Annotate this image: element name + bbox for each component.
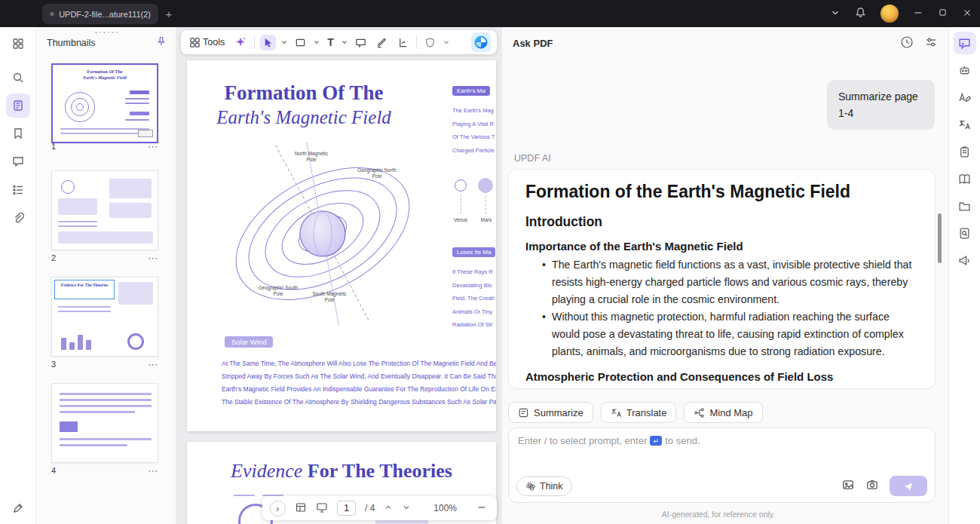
- thumbnail-page-2[interactable]: [51, 170, 158, 250]
- label-mars: Mars: [475, 217, 496, 223]
- solar-wind-badge: Solar Wind: [225, 336, 273, 348]
- shapes-tool-button[interactable]: [292, 35, 308, 51]
- comments-icon[interactable]: [6, 149, 30, 173]
- presentation-icon[interactable]: [316, 501, 328, 516]
- notifications-bell-icon[interactable]: [855, 7, 866, 20]
- protect-chevron-icon[interactable]: [443, 39, 449, 45]
- thumbnails-title: Thumbnails: [47, 38, 96, 48]
- thumbnail-selection-box: Evidence For The Theories: [54, 280, 115, 299]
- ai-summarize-icon[interactable]: [954, 140, 976, 163]
- select-tool-chevron-icon[interactable]: [281, 39, 287, 45]
- mars-circle: [478, 178, 493, 193]
- translate-icon: [611, 407, 622, 418]
- home-grid-icon[interactable]: [6, 32, 30, 56]
- page-number-input[interactable]: [337, 501, 356, 516]
- zoom-out-minus-icon[interactable]: [476, 502, 487, 515]
- page-navigation-bar: › / 4 100%: [262, 496, 497, 520]
- left-icon-rail: [0, 27, 36, 524]
- mind-map-icon: [694, 407, 705, 418]
- protect-tool-icon[interactable]: [422, 35, 438, 51]
- translate-action-button[interactable]: Translate: [601, 402, 677, 423]
- pdf-title-line2: Earth's Magnetic Field: [202, 107, 406, 128]
- think-mode-button[interactable]: Think: [516, 477, 572, 496]
- insert-image-icon[interactable]: [841, 478, 855, 494]
- loses-its-ma-badge: Loses Its Ma: [452, 247, 495, 257]
- maximize-button[interactable]: [938, 8, 948, 20]
- thumbnail-1-more-icon[interactable]: ⋯: [148, 142, 158, 150]
- thumbnail-page-3[interactable]: Evidence For The Theories: [51, 277, 158, 357]
- highlighter-tool-icon[interactable]: [374, 35, 390, 51]
- thumbnail-3-more-icon[interactable]: ⋯: [148, 360, 158, 368]
- text-tool-button[interactable]: T: [325, 35, 336, 50]
- previous-page-chevron-up-icon[interactable]: [384, 503, 393, 514]
- ai-assistant-robot-icon[interactable]: [954, 59, 976, 81]
- ai-translate-icon[interactable]: [954, 113, 976, 136]
- thumbnail-page-4[interactable]: [51, 383, 158, 463]
- chat-input-box[interactable]: Enter / to select prompt, enter ↵ to sen…: [508, 427, 936, 503]
- panel-drag-handle[interactable]: [93, 30, 119, 35]
- search-icon[interactable]: [6, 66, 30, 90]
- response-subheading-1: Importance of the Earth's Magnetic Field: [525, 240, 918, 253]
- thumbnail-4-more-icon[interactable]: ⋯: [148, 467, 158, 474]
- bookmarks-icon[interactable]: [6, 121, 30, 146]
- thumbnail-2-more-icon[interactable]: ⋯: [148, 254, 158, 262]
- chat-history-icon[interactable]: [900, 35, 914, 51]
- shapes-chevron-icon[interactable]: [314, 39, 320, 45]
- ask-pdf-panel: Ask PDF Summarize page 1-4 UPDF AI Forma…: [501, 27, 948, 524]
- chat-input-placeholder: Enter / to select prompt, enter ↵ to sen…: [518, 435, 700, 446]
- updf-ai-logo-button[interactable]: [471, 32, 491, 52]
- label-north-magnetic-pole: North Magnetic Pole: [291, 151, 332, 163]
- think-icon: [525, 481, 536, 492]
- response-section: Introduction: [525, 214, 918, 230]
- right-icon-rail: [948, 27, 980, 524]
- paragraph-line: At The Same Time, The Atmosphere Will Al…: [222, 357, 496, 370]
- thumbnails-panel: Thumbnails Formation Of The Earth's Magn…: [36, 27, 176, 524]
- minimize-button[interactable]: [913, 8, 923, 20]
- venus-circle: [455, 179, 467, 192]
- edit-pen-icon[interactable]: [6, 496, 30, 520]
- screenshot-camera-icon[interactable]: [865, 478, 879, 494]
- send-button[interactable]: [890, 476, 927, 496]
- pdf-page-1[interactable]: Formation Of The Earth's Magnetic Field …: [187, 60, 496, 431]
- outline-icon[interactable]: [6, 178, 30, 202]
- ai-files-folder-icon[interactable]: [954, 195, 976, 217]
- thumbnail-grid-icon[interactable]: [295, 501, 307, 516]
- collapse-panel-icon[interactable]: ›: [270, 501, 286, 516]
- mars-dash: [485, 196, 486, 214]
- label-south-magnetic-pole: South Magnetic Pole: [312, 291, 347, 303]
- summarize-action-button[interactable]: Summarize: [508, 402, 593, 423]
- text-chevron-icon[interactable]: [341, 39, 348, 45]
- window-titlebar: UPDF-2-file...ature111(2) +: [0, 0, 980, 27]
- settings-sliders-icon[interactable]: [924, 35, 938, 51]
- titlebar-chevron-down-icon[interactable]: [830, 8, 841, 20]
- pdf-title-line1: Formation Of The: [202, 81, 406, 105]
- new-tab-button[interactable]: +: [160, 5, 178, 23]
- annotation-toolbar: Tools T: [181, 30, 497, 54]
- sign-tool-icon[interactable]: [395, 35, 411, 51]
- ai-doc-search-icon[interactable]: [954, 222, 976, 244]
- paragraph-line: Earth's Magnetic Field Provides An Indis…: [222, 383, 496, 396]
- document-tab[interactable]: UPDF-2-file...ature111(2): [42, 4, 158, 24]
- user-avatar[interactable]: [880, 5, 899, 23]
- tools-menu-button[interactable]: Tools: [187, 35, 227, 51]
- ai-announce-speaker-icon[interactable]: [954, 249, 976, 271]
- label-geographic-south-pole: Geographic South Pole: [255, 285, 302, 297]
- close-button[interactable]: [962, 8, 972, 20]
- chat-scrollbar[interactable]: [938, 213, 942, 263]
- thumbnail-page-1[interactable]: Formation Of The Earth's Magnetic Field: [51, 63, 158, 143]
- thumbnail-stamp: [138, 130, 153, 137]
- ask-pdf-chat-icon[interactable]: [954, 32, 976, 54]
- thumbnails-panel-icon[interactable]: [6, 93, 30, 118]
- ai-read-book-icon[interactable]: [954, 167, 976, 190]
- response-subheading-2: Atmospheric Protection and Consequences …: [525, 370, 918, 383]
- comment-tool-icon[interactable]: [353, 35, 369, 51]
- select-tool-button[interactable]: [260, 35, 276, 51]
- pin-panel-icon[interactable]: [156, 36, 167, 49]
- ai-sparkle-icon[interactable]: [232, 34, 249, 51]
- zoom-level-label[interactable]: 100%: [433, 503, 457, 513]
- ai-rewrite-icon[interactable]: [954, 86, 976, 109]
- mind-map-action-button[interactable]: Mind Map: [684, 402, 762, 423]
- attachments-paperclip-icon[interactable]: [6, 206, 30, 230]
- user-message-bubble: Summarize page 1-4: [827, 80, 935, 130]
- next-page-chevron-down-icon[interactable]: [402, 503, 411, 514]
